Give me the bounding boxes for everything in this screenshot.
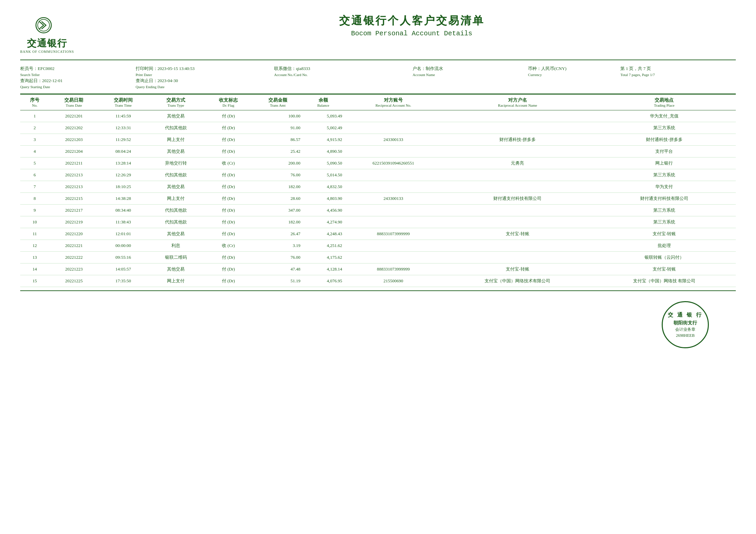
- cell-7: [344, 146, 442, 157]
- table-row: 142022122314:05:57其他交易付 (Dr)47.484,128.1…: [20, 263, 736, 275]
- cell-6: 4,248.43: [302, 228, 344, 240]
- stamp-bot: 2698HEEB: [676, 333, 694, 338]
- cell-8: [442, 252, 593, 263]
- cell-0: 2: [20, 122, 49, 134]
- cell-8: 支付宝-转账: [442, 263, 593, 275]
- cell-3: 网上支付: [148, 193, 204, 205]
- cell-9: 第三方系统: [593, 122, 736, 134]
- print-time-value: 2023-05-15 13:40:53: [158, 66, 195, 71]
- cell-6: 4,175.62: [302, 252, 344, 263]
- cell-0: 8: [20, 193, 49, 205]
- cell-4: 付 (Dr): [204, 205, 253, 216]
- col-acc-no: 对方账号Reciprocal Account No.: [344, 94, 442, 110]
- cell-9: 支付宝（中国）网络技 有限公司: [593, 275, 736, 287]
- print-dater-en: Print Dater: [136, 73, 274, 77]
- table-bottom-border: [20, 290, 736, 291]
- table-row: 62022121312:26:29代扣其他款付 (Dr)76.005,014.5…: [20, 169, 736, 181]
- table-row: 72022121318:10:25其他交易付 (Dr)182.004,832.5…: [20, 181, 736, 193]
- print-time-label: 打印时间：: [136, 66, 158, 71]
- cell-6: 4,832.50: [302, 181, 344, 193]
- cell-8: 财付通科技-拼多多: [442, 134, 593, 146]
- cell-7: [344, 252, 442, 263]
- cell-7: [344, 205, 442, 216]
- cell-8: 支付宝（中国）网络技术有限公司: [442, 275, 593, 287]
- cell-9: 华为支付: [593, 181, 736, 193]
- cell-8: [442, 205, 593, 216]
- cell-4: 付 (Dr): [204, 193, 253, 205]
- sub-title: Bocom Personal Account Details: [88, 30, 736, 37]
- cell-6: 4,890.50: [302, 146, 344, 157]
- table-body: 12022120111:45:59其他交易付 (Dr)100.005,093.4…: [20, 110, 736, 287]
- teller-value: EFC0002: [38, 66, 55, 71]
- query-start-label: 查询起日：: [20, 78, 42, 83]
- cell-6: 5,014.50: [302, 169, 344, 181]
- cell-2: 12:01:01: [99, 228, 148, 240]
- table-row: 112022122012:01:01其他交易付 (Dr)26.474,248.4…: [20, 228, 736, 240]
- cell-7: 888331073999999: [344, 263, 442, 275]
- cell-1: 20221222: [49, 252, 99, 263]
- cell-3: 代扣其他款: [148, 205, 204, 216]
- cell-1: 20221204: [49, 146, 99, 157]
- title-area: 交通银行个人客户交易清单 Bocom Personal Account Deta…: [88, 13, 736, 37]
- cell-8: [442, 216, 593, 228]
- cell-9: 批处理: [593, 240, 736, 252]
- cell-0: 12: [20, 240, 49, 252]
- cell-6: 4,251.62: [302, 240, 344, 252]
- table-row: 82022121514:38:28网上支付付 (Dr)28.604,803.90…: [20, 193, 736, 205]
- wechat-row: 联系微信：qia8333: [274, 66, 413, 72]
- table-header: 序号No. 交易日期Trans Date 交易时间Trans Time 交易方式…: [20, 94, 736, 110]
- cell-5: 182.00: [253, 181, 303, 193]
- col-time: 交易时间Trans Time: [99, 94, 148, 110]
- table-row: 92022121708:34:40代扣其他款付 (Dr)347.004,456.…: [20, 205, 736, 216]
- cell-6: 4,915.92: [302, 134, 344, 146]
- cell-8: [442, 240, 593, 252]
- cell-3: 银联二维码: [148, 252, 204, 263]
- query-start-value: 2022-12-01: [42, 78, 63, 83]
- meta-section: 柜员号：EFC0002 Search Teller 查询起日：2022-12-0…: [20, 60, 736, 94]
- cell-0: 4: [20, 146, 49, 157]
- cell-6: 4,128.14: [302, 263, 344, 275]
- bank-name-en: BANK OF COMMUNICATIONS: [20, 50, 74, 54]
- cell-6: 4,803.90: [302, 193, 344, 205]
- cell-0: 15: [20, 275, 49, 287]
- col-date: 交易日期Trans Date: [49, 94, 99, 110]
- cell-5: 51.19: [253, 275, 303, 287]
- cell-4: 付 (Dr): [204, 216, 253, 228]
- table-row: 12022120111:45:59其他交易付 (Dr)100.005,093.4…: [20, 110, 736, 122]
- cell-9: 财付通科技-拼多多: [593, 134, 736, 146]
- cell-5: 182.00: [253, 216, 303, 228]
- cell-3: 其他交易: [148, 263, 204, 275]
- cell-5: 25.42: [253, 146, 303, 157]
- cell-3: 代扣其他款: [148, 169, 204, 181]
- cell-2: 11:38:43: [99, 216, 148, 228]
- col-type: 交易方式Trans Type: [148, 94, 204, 110]
- cell-9: 银联转账（云闪付）: [593, 252, 736, 263]
- cell-9: 第三方系统: [593, 205, 736, 216]
- transaction-table: 序号No. 交易日期Trans Date 交易时间Trans Time 交易方式…: [20, 94, 736, 287]
- print-time-row: 打印时间：2023-05-15 13:40:53: [136, 66, 274, 72]
- cell-5: 76.00: [253, 252, 303, 263]
- table-row: 132022122209:55:16银联二维码付 (Dr)76.004,175.…: [20, 252, 736, 263]
- cell-0: 14: [20, 263, 49, 275]
- cell-4: 收 (Cr): [204, 240, 253, 252]
- cell-2: 00:00:00: [99, 240, 148, 252]
- table-row: 122022122100:00:00利息收 (Cr)3.194,251.62批处…: [20, 240, 736, 252]
- cell-9: 第三方系统: [593, 169, 736, 181]
- cell-9: 支付平台: [593, 146, 736, 157]
- cell-2: 09:55:16: [99, 252, 148, 263]
- cell-7: [344, 240, 442, 252]
- cell-5: 91.00: [253, 122, 303, 134]
- cell-0: 9: [20, 205, 49, 216]
- stamp-area: 交 通 银 行 朝阳街支行 会计业务章 2698HEEB: [20, 301, 736, 348]
- account-no-en: Account No./Card No.: [274, 73, 413, 77]
- cell-5: 47.48: [253, 263, 303, 275]
- account-label: 户名：: [413, 66, 426, 71]
- cell-1: 20221202: [49, 122, 99, 134]
- cell-1: 20221220: [49, 228, 99, 240]
- logo-area: 交通银行 BANK OF COMMUNICATIONS: [20, 13, 74, 54]
- transaction-table-section: 序号No. 交易日期Trans Date 交易时间Trans Time 交易方式…: [20, 94, 736, 291]
- cell-5: 200.00: [253, 157, 303, 169]
- teller-row: 柜员号：EFC0002: [20, 66, 136, 72]
- cell-2: 14:05:57: [99, 263, 148, 275]
- cell-2: 18:10:25: [99, 181, 148, 193]
